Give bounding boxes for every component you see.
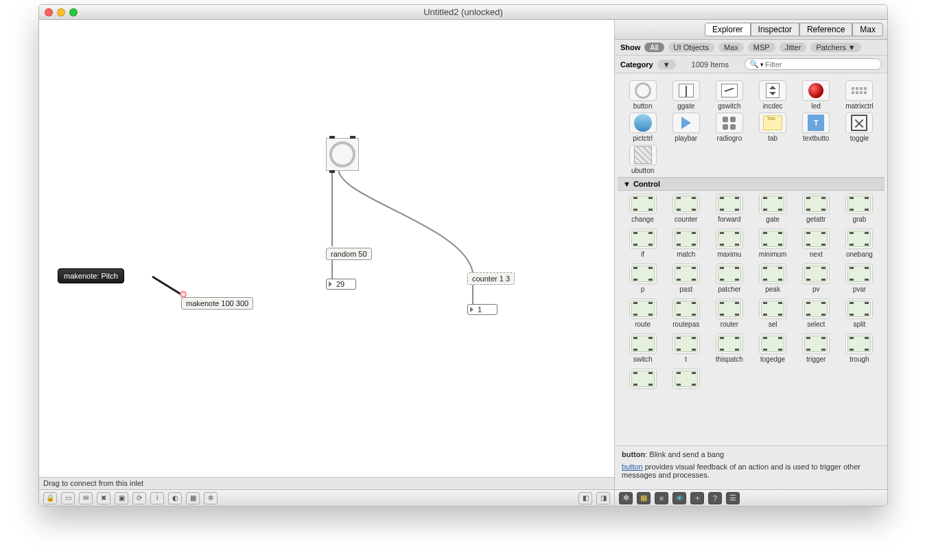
palette-item-matrixctrl[interactable]: matrixctrl bbox=[839, 80, 880, 110]
palette-item-gate[interactable]: gate bbox=[752, 194, 794, 223]
zoom-icon[interactable]: ⟳ bbox=[132, 492, 146, 504]
number-box-random[interactable]: 29 bbox=[326, 279, 356, 290]
status-bar: Drag to connect from this inlet bbox=[39, 477, 614, 489]
object-icon bbox=[631, 266, 655, 282]
palette-item-getattr[interactable]: getattr bbox=[795, 194, 837, 223]
palette-item-peak[interactable]: peak bbox=[752, 264, 794, 293]
search-dropdown-icon[interactable]: ▾ bbox=[760, 61, 764, 68]
palette-item-route[interactable]: route bbox=[622, 299, 664, 328]
palette-item-switch[interactable]: switch bbox=[622, 334, 664, 363]
patcher-canvas[interactable]: random 50 29 counter 1 3 1 makenote 100 … bbox=[39, 20, 614, 477]
palette-item-grab[interactable]: grab bbox=[839, 194, 880, 223]
object-icon bbox=[675, 336, 698, 352]
debug-icon[interactable]: ✲ bbox=[204, 492, 218, 504]
palette-item-radiogroup[interactable]: radiogro bbox=[708, 113, 750, 142]
palette-item-tab[interactable]: tab bbox=[752, 113, 794, 142]
filter-row: Show All UI Objects Max MSP Jitter Patch… bbox=[615, 40, 887, 56]
palette-item-select[interactable]: select bbox=[795, 299, 837, 328]
palette-item-if[interactable]: if bbox=[622, 229, 664, 258]
filter-max[interactable]: Max bbox=[718, 43, 744, 52]
palette-item-trough[interactable]: trough bbox=[839, 334, 880, 363]
help-title: button bbox=[622, 450, 645, 458]
palette-item-sel[interactable]: sel bbox=[752, 299, 794, 328]
tab-max[interactable]: Max bbox=[852, 23, 883, 36]
control-grid: changecounterforwardgategetattrgrabifmat… bbox=[618, 191, 885, 401]
new-comment-icon[interactable]: ✖ bbox=[97, 492, 110, 504]
palette-item-textbutton[interactable]: Ttextbutto bbox=[795, 113, 837, 142]
filter-patchers[interactable]: Patchers ▼ bbox=[810, 43, 860, 52]
filter-all[interactable]: All bbox=[644, 43, 664, 52]
gear-icon[interactable]: ✻ bbox=[619, 492, 633, 504]
filter-jitter[interactable]: Jitter bbox=[780, 43, 807, 52]
palette-item-minimum[interactable]: minimum bbox=[752, 229, 794, 258]
palette-item-counter[interactable]: counter bbox=[665, 194, 707, 223]
category-dropdown-icon[interactable]: ▼ bbox=[657, 60, 676, 69]
menu-icon[interactable]: ☰ bbox=[726, 492, 740, 504]
sidebar-right-icon[interactable]: ◨ bbox=[596, 492, 610, 504]
palette-item-incdec[interactable]: incdec bbox=[752, 80, 794, 110]
palette-item-led[interactable]: led bbox=[795, 80, 837, 110]
palette-item-p[interactable]: p bbox=[622, 264, 664, 293]
filter-msp[interactable]: MSP bbox=[748, 43, 775, 52]
presentation-icon[interactable]: ▣ bbox=[115, 492, 128, 504]
list-view-icon[interactable]: ≡ bbox=[655, 492, 668, 504]
number-box-counter[interactable]: 1 bbox=[467, 304, 497, 315]
palette-item-togedge[interactable]: togedge bbox=[752, 334, 794, 363]
filter-ui-objects[interactable]: UI Objects bbox=[668, 43, 714, 52]
sidebar-left-icon[interactable]: ◧ bbox=[578, 492, 592, 504]
grid-view-icon[interactable]: ▦ bbox=[637, 492, 651, 504]
palette-item-forward[interactable]: forward bbox=[708, 194, 750, 223]
palette-item-partial[interactable] bbox=[665, 369, 707, 398]
palette-item-match[interactable]: match bbox=[665, 229, 707, 258]
section-control[interactable]: ▼ Control bbox=[618, 177, 885, 191]
bang-button-object[interactable] bbox=[326, 138, 359, 171]
search-field[interactable]: 🔍 ▾ bbox=[745, 58, 882, 70]
new-object-icon[interactable]: ▭ bbox=[61, 492, 75, 504]
palette-item-pvar[interactable]: pvar bbox=[839, 264, 880, 293]
object-icon bbox=[718, 301, 741, 317]
random-object[interactable]: random 50 bbox=[326, 248, 372, 260]
grid-icon[interactable]: ▦ bbox=[186, 492, 200, 504]
palette-item-pictctrl[interactable]: pictctrl bbox=[622, 113, 664, 142]
lock-icon[interactable]: 🔒 bbox=[43, 492, 57, 504]
palette-item-next[interactable]: next bbox=[795, 229, 837, 258]
palette-item-t[interactable]: t bbox=[665, 334, 707, 363]
palette-item-onebang[interactable]: onebang bbox=[839, 229, 880, 258]
window-title: Untitled2 (unlocked) bbox=[39, 7, 887, 17]
tab-inspector[interactable]: Inspector bbox=[751, 23, 799, 36]
palette-item-ggate[interactable]: ggate bbox=[665, 80, 707, 110]
palette-item-routepas[interactable]: routepas bbox=[665, 299, 707, 328]
palette-item-toggle[interactable]: toggle bbox=[839, 113, 880, 142]
palette-item-ubutton[interactable]: ubutton bbox=[622, 145, 664, 174]
palette-item-thispatch[interactable]: thispatch bbox=[708, 334, 750, 363]
add-icon[interactable]: ＋ bbox=[690, 492, 704, 504]
object-icon bbox=[761, 196, 784, 212]
tab-reference[interactable]: Reference bbox=[799, 23, 852, 36]
new-message-icon[interactable]: ✉ bbox=[79, 492, 93, 504]
search-input[interactable] bbox=[765, 60, 877, 69]
palette-item-split[interactable]: split bbox=[839, 299, 880, 328]
counter-object[interactable]: counter 1 3 bbox=[467, 272, 515, 285]
tab-explorer[interactable]: Explorer bbox=[705, 23, 751, 36]
palette-item-change[interactable]: change bbox=[622, 194, 664, 223]
makenote-object[interactable]: makenote 100 300 bbox=[181, 297, 253, 310]
palette-item-button[interactable]: button bbox=[622, 80, 664, 110]
object-icon bbox=[631, 371, 655, 387]
palette-item-partial[interactable] bbox=[622, 369, 664, 398]
palette-item-gswitch[interactable]: gswitch bbox=[708, 80, 750, 110]
palette-item-maximu[interactable]: maximu bbox=[708, 229, 750, 258]
help-icon[interactable]: ? bbox=[708, 492, 722, 504]
object-icon bbox=[847, 231, 871, 247]
palette-item-trigger[interactable]: trigger bbox=[795, 334, 837, 363]
dsp-icon[interactable]: ◐ bbox=[168, 492, 182, 504]
palette-item-router[interactable]: router bbox=[708, 299, 750, 328]
palette-item-playbar[interactable]: playbar bbox=[665, 113, 707, 142]
eye-icon[interactable]: 👁 bbox=[672, 492, 686, 504]
palette-item-past[interactable]: past bbox=[665, 264, 707, 293]
palette-item-patcher[interactable]: patcher bbox=[708, 264, 750, 293]
help-link[interactable]: button bbox=[622, 463, 643, 471]
info-icon[interactable]: i bbox=[150, 492, 164, 504]
object-icon bbox=[804, 336, 828, 352]
palette-item-pv[interactable]: pv bbox=[795, 264, 837, 293]
object-icon bbox=[847, 196, 871, 212]
